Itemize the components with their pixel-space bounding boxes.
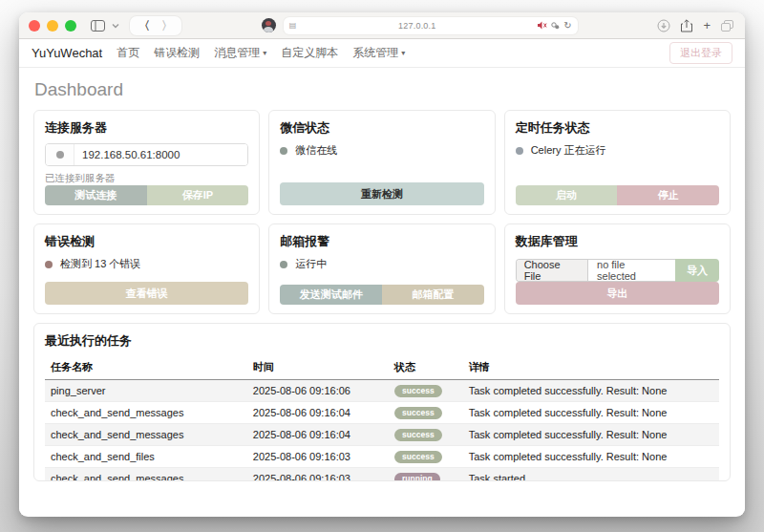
extension-badge-icon[interactable] [551, 22, 560, 30]
sidebar-toggle-icon[interactable] [91, 20, 105, 32]
status-badge: success [394, 429, 442, 441]
chevron-down-icon[interactable] [112, 23, 119, 29]
wechat-status-dot [280, 147, 287, 155]
start-celery-button[interactable]: 启动 [516, 185, 618, 205]
history-nav-group: 〈 〉 [130, 16, 181, 35]
no-file-selected-text: no file selected [588, 260, 675, 281]
server-ip-input[interactable] [74, 144, 247, 165]
browser-window: 〈 〉 ▤ 127.0.0.1 ↻ + YuYuWechat [19, 12, 745, 517]
export-database-button[interactable]: 导出 [516, 282, 719, 305]
task-name-cell: ping_server [45, 380, 247, 402]
recheck-wechat-button[interactable]: 重新检测 [280, 182, 483, 205]
profile-avatar[interactable] [262, 18, 276, 32]
card-error-detection: 错误检测 检测到 13 个错误 查看错误 [33, 223, 260, 314]
mute-audio-icon[interactable] [538, 21, 547, 30]
task-name-cell: check_and_send_messages [45, 402, 247, 424]
page-content: YuYuWechat 首页 错误检测 消息管理▾ 自定义脚本 系统管理▾ 退出登… [19, 39, 745, 516]
email-config-button[interactable]: 邮箱配置 [382, 285, 484, 305]
table-row: ping_server 2025-08-06 09:16:06 success … [45, 380, 719, 402]
nav-item-label: 消息管理 [214, 45, 260, 61]
header-task-name: 任务名称 [45, 356, 247, 380]
header-time: 时间 [247, 356, 389, 380]
nav-item-label: 自定义脚本 [281, 45, 338, 61]
send-test-email-button[interactable]: 发送测试邮件 [280, 285, 382, 305]
reload-icon[interactable]: ↻ [563, 20, 571, 31]
card-connect-server: 连接服务器 已连接到服务器 测试连接 保存IP [33, 110, 260, 215]
card-scheduled-task-status: 定时任务状态 Celery 正在运行 启动 停止 [504, 110, 731, 215]
share-icon[interactable] [681, 19, 692, 32]
time-cell: 2025-08-06 09:16:03 [247, 468, 389, 482]
status-badge: success [394, 385, 442, 397]
view-errors-button[interactable]: 查看错误 [45, 282, 248, 305]
card-database-management: 数据库管理 Choose File no file selected 导入 导出 [504, 223, 731, 314]
downloads-icon[interactable] [657, 19, 670, 32]
browser-toolbar: 〈 〉 ▤ 127.0.0.1 ↻ + [19, 12, 745, 39]
status-badge: running [394, 473, 440, 481]
detail-cell: Task completed successfully. Result: Non… [463, 402, 719, 424]
test-connection-button[interactable]: 测试连接 [45, 185, 147, 205]
card-title: 错误检测 [45, 233, 248, 250]
detail-cell: Task completed successfully. Result: Non… [463, 380, 719, 402]
table-row: check_and_send_messages 2025-08-06 09:16… [45, 424, 719, 446]
import-database-button[interactable]: 导入 [675, 259, 719, 282]
close-window-button[interactable] [29, 20, 40, 32]
detail-cell: Task started. [463, 468, 719, 482]
tab-overview-icon[interactable] [721, 20, 733, 32]
stop-celery-button[interactable]: 停止 [617, 185, 719, 205]
logout-button[interactable]: 退出登录 [669, 42, 732, 64]
nav-item-label: 首页 [117, 45, 139, 61]
nav-item-label: 错误检测 [154, 45, 200, 61]
forward-button[interactable]: 〉 [161, 20, 173, 32]
site-navbar: YuYuWechat 首页 错误检测 消息管理▾ 自定义脚本 系统管理▾ 退出登… [19, 39, 745, 68]
card-title: 定时任务状态 [516, 119, 719, 137]
table-header-row: 任务名称 时间 状态 详情 [45, 356, 719, 380]
nav-item-error-detection[interactable]: 错误检测 [154, 45, 200, 61]
card-title: 微信状态 [280, 119, 483, 137]
new-tab-icon[interactable]: + [703, 19, 711, 32]
page-settings-icon[interactable]: ▤ [289, 21, 297, 30]
server-status-dot [56, 151, 64, 159]
status-badge: success [394, 451, 442, 463]
table-row: check_and_send_files 2025-08-06 09:16:03… [45, 446, 719, 468]
save-ip-button[interactable]: 保存IP [147, 185, 249, 205]
nav-item-home[interactable]: 首页 [117, 45, 139, 61]
time-cell: 2025-08-06 09:16:04 [247, 424, 389, 446]
zoom-window-button[interactable] [65, 20, 76, 32]
time-cell: 2025-08-06 09:16:04 [247, 402, 389, 424]
detail-cell: Task completed successfully. Result: Non… [463, 446, 719, 468]
nav-item-system-management[interactable]: 系统管理▾ [352, 45, 405, 61]
task-name-cell: check_and_send_messages [45, 424, 247, 446]
caret-down-icon: ▾ [401, 49, 405, 57]
detail-cell: Task completed successfully. Result: Non… [463, 424, 719, 446]
file-input[interactable]: Choose File no file selected [516, 259, 675, 282]
card-title: 邮箱报警 [280, 233, 483, 250]
caret-down-icon: ▾ [263, 49, 266, 57]
celery-status-dot [516, 147, 523, 155]
card-title: 数据库管理 [516, 233, 719, 250]
celery-status-text: Celery 正在运行 [531, 143, 606, 158]
error-status-text: 检测到 13 个错误 [60, 257, 140, 271]
email-status-text: 运行中 [295, 257, 327, 271]
dashboard-cards: 连接服务器 已连接到服务器 测试连接 保存IP 微信状态 微信在线 重新检测 [33, 110, 731, 314]
recent-tasks-table: 任务名称 时间 状态 详情 ping_server 2025-08-06 09:… [45, 356, 719, 481]
server-status-addon [46, 144, 74, 165]
url-text[interactable]: 127.0.0.1 [296, 21, 538, 31]
back-button[interactable]: 〈 [138, 20, 150, 32]
server-ip-input-group [45, 143, 248, 166]
email-status-dot [280, 261, 287, 268]
header-status: 状态 [389, 356, 463, 380]
time-cell: 2025-08-06 09:16:06 [247, 380, 389, 402]
brand-logo[interactable]: YuYuWechat [32, 46, 102, 60]
error-status-dot [45, 261, 53, 268]
nav-item-label: 系统管理 [352, 45, 398, 61]
nav-item-message-management[interactable]: 消息管理▾ [214, 45, 266, 61]
minimize-window-button[interactable] [47, 20, 58, 32]
card-title: 连接服务器 [45, 119, 248, 137]
status-badge: success [394, 407, 442, 419]
nav-item-custom-script[interactable]: 自定义脚本 [281, 45, 338, 61]
recent-tasks-title: 最近执行的任务 [45, 332, 719, 350]
recent-tasks-card: 最近执行的任务 任务名称 时间 状态 详情 ping_server 2025-0… [33, 323, 731, 481]
address-bar[interactable]: ▤ 127.0.0.1 ↻ [284, 17, 578, 34]
choose-file-button[interactable]: Choose File [517, 260, 588, 281]
card-wechat-status: 微信状态 微信在线 重新检测 [268, 110, 495, 215]
